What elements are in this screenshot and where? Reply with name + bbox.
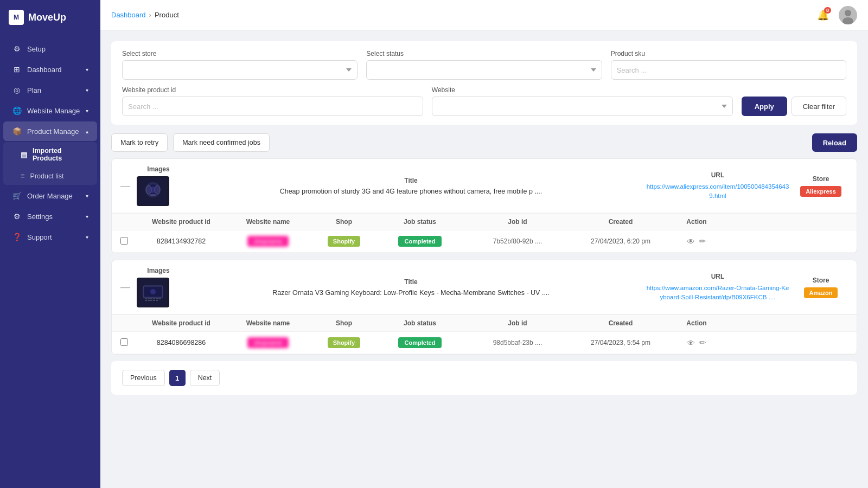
row-job-id-2: 98d5bbaf-23b ....: [463, 339, 572, 346]
job-status-header-2: Job status: [376, 319, 463, 327]
current-page-number[interactable]: 1: [169, 370, 186, 386]
filter-group-store: Select store: [122, 50, 358, 80]
clear-filter-button[interactable]: Clear filter: [792, 97, 846, 116]
row-checkbox[interactable]: [120, 237, 138, 246]
status-badge-completed-2: Completed: [398, 337, 442, 348]
chevron-down-icon: ▾: [86, 87, 88, 93]
images-col-label: Images: [137, 165, 180, 173]
shop-header-2: Shop: [311, 319, 376, 327]
select-store-dropdown[interactable]: [122, 60, 358, 80]
svg-rect-16: [153, 298, 155, 299]
sidebar-item-product-manage[interactable]: 📦 Product Manage ▴: [3, 121, 97, 141]
sidebar-item-label: Settings: [27, 213, 53, 221]
sidebar-item-order-manage[interactable]: 🛒 Order Manage ▾: [3, 186, 97, 206]
row-shop: Shopify: [311, 236, 376, 247]
website-dropdown[interactable]: [432, 97, 733, 116]
main-area: Dashboard › Product 🔔 8 Select: [100, 0, 868, 488]
view-icon-2[interactable]: 👁: [687, 338, 695, 348]
store-badge-amazon: Amazon: [804, 287, 838, 298]
product-img-svg-2: [139, 279, 167, 306]
collapse-icon-2[interactable]: —: [120, 281, 130, 293]
sidebar-item-plan[interactable]: ◎ Plan ▾: [3, 80, 97, 100]
sidebar-nav: ⚙ Setup ⊞ Dashboard ▾ ◎ Plan ▾ 🌐 Website…: [0, 35, 100, 488]
url-col-label-2: URL: [646, 273, 789, 280]
filter-row-1: Select store Select status Product sku: [122, 50, 846, 80]
sidebar-item-label: Dashboard: [27, 66, 62, 74]
row-job-id: 7b52bf80-92b ....: [463, 237, 572, 245]
notification-badge: 8: [824, 7, 831, 14]
website-name-badge-2: shopname: [247, 337, 288, 348]
notification-button[interactable]: 🔔 8: [814, 6, 832, 24]
sidebar-item-product-list[interactable]: ≡ Product list: [3, 167, 97, 185]
topbar-actions: 🔔 8: [814, 6, 857, 24]
table-row: 8284134932782 shopname Shopify Completed…: [112, 230, 857, 253]
shopify-badge-2: Shopify: [328, 337, 360, 348]
apply-button[interactable]: Apply: [742, 97, 787, 116]
store-col-label: Store: [794, 175, 848, 183]
product-header-cols-1: Images: [137, 165, 848, 206]
chevron-down-icon: ▾: [86, 214, 88, 220]
edit-icon[interactable]: ✏: [699, 236, 706, 246]
mark-confirmed-button[interactable]: Mark need confirmed jobs: [173, 133, 270, 152]
breadcrumb-home[interactable]: Dashboard: [111, 11, 146, 19]
svg-rect-18: [158, 298, 161, 299]
store-col-label-2: Store: [794, 277, 848, 284]
select-status-dropdown[interactable]: [366, 60, 602, 80]
checkbox-header: [120, 218, 138, 226]
filter-panel: Select store Select status Product sku: [111, 41, 857, 125]
sidebar-item-dashboard[interactable]: ⊞ Dashboard ▾: [3, 60, 97, 79]
next-page-button[interactable]: Next: [190, 370, 220, 386]
row-website-name: shopname: [225, 236, 311, 247]
reload-button[interactable]: Reload: [812, 133, 857, 152]
website-product-id-label: Website product id: [122, 86, 423, 94]
url-col-1: URL https://www.aliexpress.com/item/1005…: [642, 171, 794, 200]
app-logo[interactable]: M MoveUp: [0, 0, 100, 35]
store-col-2: Store Amazon: [794, 277, 848, 298]
title-col-label-2: Title: [189, 278, 633, 286]
row-website-product-id: 8284134932782: [138, 237, 225, 245]
sidebar-item-support[interactable]: ❓ Support ▾: [3, 227, 97, 247]
svg-rect-21: [150, 300, 152, 301]
product-section-1: — Images: [111, 158, 857, 253]
sidebar-item-imported-products[interactable]: ▤ Imported Products: [3, 142, 97, 167]
view-icon[interactable]: 👁: [687, 237, 695, 246]
user-avatar[interactable]: [839, 6, 857, 24]
chevron-down-icon: ▾: [86, 193, 88, 199]
product-sku-input[interactable]: [611, 60, 846, 80]
edit-icon-2[interactable]: ✏: [699, 338, 706, 348]
sidebar-item-setup[interactable]: ⚙ Setup: [3, 39, 97, 59]
svg-rect-17: [156, 298, 158, 299]
topbar: Dashboard › Product 🔔 8: [100, 0, 868, 30]
settings-icon: ⚙: [12, 212, 22, 221]
sub-table-header-2: Website product id Website name Shop Job…: [112, 314, 857, 332]
product-title-text-2: Razer Ornata V3 Gaming Keyboard: Low-Pro…: [189, 289, 633, 297]
row-checkbox-input[interactable]: [120, 237, 128, 245]
action-bar: Mark to retry Mark need confirmed jobs R…: [111, 133, 857, 152]
sidebar-item-settings[interactable]: ⚙ Settings ▾: [3, 207, 97, 226]
product-sku-label: Product sku: [611, 50, 846, 57]
pagination: Previous 1 Next: [111, 361, 857, 395]
sidebar-item-website-manage[interactable]: 🌐 Website Manage ▾: [3, 101, 97, 120]
sidebar-item-label: Plan: [27, 86, 41, 94]
product-header-cols-2: Images: [137, 267, 848, 307]
website-name-header-2: Website name: [225, 319, 311, 327]
row-checkbox-input-2[interactable]: [120, 338, 128, 346]
product-url-text-2[interactable]: https://www.amazon.com/Razer-Ornata-Gami…: [646, 284, 789, 301]
filter-group-status: Select status: [366, 50, 602, 80]
collapse-icon-1[interactable]: —: [120, 180, 130, 191]
shop-header: Shop: [311, 218, 376, 226]
mark-retry-button[interactable]: Mark to retry: [111, 133, 168, 152]
website-product-id-input[interactable]: [122, 97, 423, 116]
product-image-2: [137, 278, 169, 307]
title-col-1: Title Cheap promotion of sturdy 3G and 4…: [180, 177, 642, 195]
prev-page-button[interactable]: Previous: [122, 370, 165, 386]
select-store-label: Select store: [122, 50, 358, 57]
svg-point-7: [146, 185, 151, 194]
select-status-label: Select status: [366, 50, 602, 57]
row-action: 👁 ✏: [669, 236, 724, 246]
product-url-text-1[interactable]: https://www.aliexpress.com/item/10050048…: [646, 182, 789, 200]
svg-rect-13: [145, 298, 147, 299]
action-icons: 👁 ✏: [669, 236, 724, 246]
filter-row-2: Website product id Website Apply Clear f…: [122, 86, 846, 116]
row-checkbox-2[interactable]: [120, 338, 138, 348]
